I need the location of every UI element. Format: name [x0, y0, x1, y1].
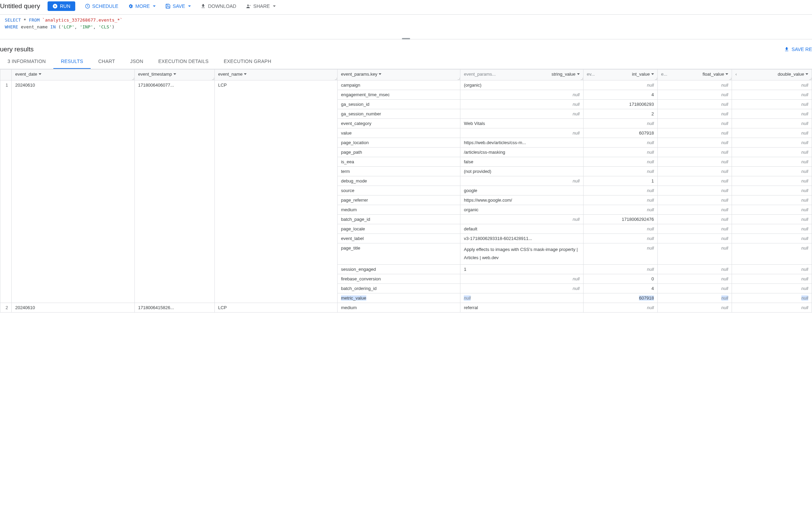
cell-param-key: page_locale	[337, 224, 460, 233]
menu-caret-icon[interactable]	[651, 73, 654, 75]
results-grid[interactable]: event_date event_timestamp event_name ev…	[0, 69, 812, 313]
cell-float-value: null	[657, 166, 732, 176]
cell-string-value: Apply effects to images with CSS's mask-…	[460, 243, 583, 264]
col-event-date[interactable]: event_date	[12, 69, 134, 80]
cell-param-key: value	[337, 128, 460, 138]
cell-int-value: null	[583, 205, 657, 214]
cell-float-value: null	[657, 293, 732, 303]
more-button[interactable]: MORE	[124, 1, 160, 11]
save-button[interactable]: SAVE	[161, 1, 195, 11]
cell-float-value: null	[657, 243, 732, 264]
cell-param-key: page_path	[337, 147, 460, 157]
header-row: event_date event_timestamp event_name ev…	[0, 69, 812, 80]
cell-string-value: (not provided)	[460, 166, 583, 176]
cell-int-value: null	[583, 303, 657, 312]
cell-event-timestamp: 1718006415826...	[134, 303, 214, 312]
cell-param-key: page_location	[337, 138, 460, 147]
toolbar: Untitled query RUN SCHEDULE MORE SAVE DO…	[0, 0, 812, 15]
cell-string-value: (organic)	[460, 80, 583, 90]
cell-string-value: null	[460, 283, 583, 293]
cell-int-value: 1	[583, 176, 657, 186]
resize-handle[interactable]	[402, 38, 410, 39]
cell-float-value: null	[657, 205, 732, 214]
row-index: 1	[0, 80, 12, 303]
cell-float-value: null	[657, 80, 732, 90]
menu-caret-icon[interactable]	[39, 73, 41, 75]
col-double-value[interactable]: ‹double_value	[732, 69, 812, 80]
cell-int-value: null	[583, 157, 657, 166]
schedule-button[interactable]: SCHEDULE	[81, 1, 122, 11]
cell-param-key: metric_value	[337, 293, 460, 303]
cell-param-key: firebase_conversion	[337, 274, 460, 283]
resize-grip[interactable]	[809, 77, 812, 80]
download-button[interactable]: DOWNLOAD	[196, 1, 240, 11]
cell-int-value: 607918	[583, 293, 657, 303]
cell-float-value: null	[657, 109, 732, 118]
cell-double-value: null	[732, 274, 812, 283]
tab-results[interactable]: RESULTS	[53, 55, 91, 69]
cell-param-key: batch_page_id	[337, 214, 460, 224]
menu-caret-icon[interactable]	[806, 73, 808, 75]
cell-param-key: engagement_time_msec	[337, 90, 460, 99]
sql-editor[interactable]: SELECT * FROM `analytics_337268677.event…	[0, 15, 812, 39]
menu-caret-icon[interactable]	[577, 73, 580, 75]
cell-event-timestamp: 1718006406077...	[134, 80, 214, 303]
cell-string-value: default	[460, 224, 583, 233]
results-tabs: 3 INFORMATIONRESULTSCHARTJSONEXECUTION D…	[0, 55, 812, 69]
cell-string-value: google	[460, 186, 583, 195]
table-row[interactable]: 1202406101718006406077...LCPcampaign(org…	[0, 80, 812, 90]
resize-grip[interactable]	[655, 77, 657, 80]
col-event-timestamp[interactable]: event_timestamp	[134, 69, 214, 80]
col-int-value[interactable]: ev...int_value	[583, 69, 657, 80]
tab-chart[interactable]: CHART	[91, 55, 122, 69]
resize-grip[interactable]	[580, 77, 583, 80]
cell-string-value: null	[460, 176, 583, 186]
menu-caret-icon[interactable]	[173, 73, 176, 75]
col-float-value[interactable]: e...float_value	[657, 69, 732, 80]
menu-caret-icon[interactable]	[379, 73, 381, 75]
cell-string-value: null	[460, 109, 583, 118]
resize-grip[interactable]	[132, 77, 134, 80]
col-row-index[interactable]	[0, 69, 12, 80]
cell-double-value: null	[732, 166, 812, 176]
resize-grip[interactable]	[335, 77, 337, 80]
tab-execution-details[interactable]: EXECUTION DETAILS	[151, 55, 216, 69]
share-button[interactable]: SHARE	[242, 1, 280, 11]
resize-grip[interactable]	[729, 77, 732, 80]
cell-double-value: null	[732, 303, 812, 312]
cell-param-key: medium	[337, 205, 460, 214]
cell-string-value: null	[460, 214, 583, 224]
cell-double-value: null	[732, 157, 812, 166]
cell-param-key: ga_session_number	[337, 109, 460, 118]
table-row[interactable]: 2202406101718006415826...LCPmediumreferr…	[0, 303, 812, 312]
caret-down-icon	[273, 5, 276, 7]
cell-float-value: null	[657, 157, 732, 166]
col-string-value[interactable]: event_params...string_value	[460, 69, 583, 80]
menu-caret-icon[interactable]	[244, 73, 247, 75]
cell-int-value: null	[583, 264, 657, 274]
cell-int-value: 4	[583, 90, 657, 99]
col-event-name[interactable]: event_name	[214, 69, 337, 80]
run-button[interactable]: RUN	[48, 1, 75, 11]
cell-double-value: null	[732, 283, 812, 293]
tab-json[interactable]: JSON	[122, 55, 150, 69]
cell-param-key: page_referrer	[337, 195, 460, 205]
resize-grip[interactable]	[212, 77, 214, 80]
cell-double-value: null	[732, 109, 812, 118]
cell-int-value: 0	[583, 274, 657, 283]
resize-grip[interactable]	[457, 77, 460, 80]
menu-caret-icon[interactable]	[725, 73, 728, 75]
cell-double-value: null	[732, 176, 812, 186]
cell-int-value: null	[583, 186, 657, 195]
cell-event-date: 20240610	[12, 303, 134, 312]
cell-param-key: is_eea	[337, 157, 460, 166]
cell-int-value: null	[583, 80, 657, 90]
cell-param-key: event_category	[337, 118, 460, 128]
cell-string-value: false	[460, 157, 583, 166]
tab-3-information[interactable]: 3 INFORMATION	[0, 55, 53, 69]
col-event-params-key[interactable]: event_params.key	[337, 69, 460, 80]
save-results-button[interactable]: SAVE RE	[784, 47, 812, 52]
cell-int-value: 1718006293	[583, 99, 657, 109]
cell-string-value: Web Vitals	[460, 118, 583, 128]
tab-execution-graph[interactable]: EXECUTION GRAPH	[216, 55, 279, 69]
